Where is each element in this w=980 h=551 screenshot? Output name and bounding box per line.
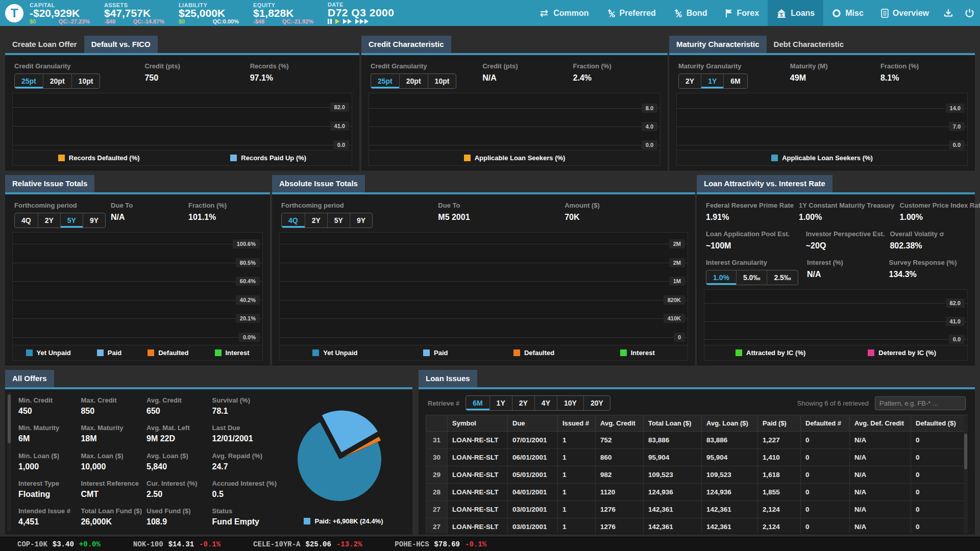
legend-item: Interest: [215, 349, 250, 357]
field-value: 49M: [790, 73, 875, 83]
cell: 04/01/2001: [508, 484, 558, 501]
offers-scrollbar[interactable]: [7, 392, 11, 531]
col-header: Paid ($): [758, 415, 801, 432]
field-label: Maturity Granularity: [678, 62, 785, 70]
period-button[interactable]: 2Y: [512, 396, 535, 410]
stat-value: 108.9: [146, 517, 212, 527]
tab-loan-attractivity-vs-interest-rate[interactable]: Loan Attractivity vs. Interest Rate: [697, 175, 832, 192]
tab-debt-characteristic[interactable]: Debt Characteristic: [767, 36, 851, 53]
option-button[interactable]: 4Q: [15, 213, 38, 228]
power-button[interactable]: [959, 0, 980, 26]
option-button[interactable]: 6M: [724, 74, 747, 88]
col-header: Total Loan ($): [644, 415, 702, 432]
gridline: [677, 145, 967, 145]
nav-item-bond[interactable]: Bond: [665, 0, 716, 26]
option-button[interactable]: 9Y: [350, 213, 372, 228]
nav-item-overview[interactable]: Overview: [872, 0, 938, 26]
stat-value: 5,840: [146, 462, 212, 471]
field-label: Fraction (%): [573, 62, 658, 70]
y-axis-tick: 80.5%: [236, 258, 260, 267]
option-button[interactable]: 5Y: [61, 213, 83, 228]
period-button[interactable]: 10Y: [557, 396, 584, 410]
field-label: Customer Price Index Rate: [900, 202, 980, 209]
tab-all-offers[interactable]: All Offers: [5, 370, 54, 387]
scrollbar-thumb[interactable]: [964, 434, 967, 469]
table-row[interactable]: 29LOAN-RE-SLT05/01/20011982109,523109,52…: [426, 466, 968, 484]
pause-icon[interactable]: [328, 19, 332, 24]
table-row[interactable]: 28LOAN-RE-SLT04/01/200111120124,936124,9…: [426, 484, 968, 501]
option-button[interactable]: 20pt: [43, 74, 72, 88]
chart-legend: Records Defaulted (%)Records Paid Up (%): [12, 150, 352, 166]
option-button[interactable]: 1Y: [701, 74, 724, 88]
cell: 95,904: [644, 449, 702, 466]
legend-label: Paid: [434, 349, 448, 357]
option-button[interactable]: 25pt: [371, 74, 400, 88]
chart-area: 2M2M1M820K410K0: [279, 232, 688, 345]
stat-label: Cur. Interest (%): [146, 480, 212, 487]
cell: N/A: [850, 501, 911, 518]
cell: LOAN-RE-SLT: [448, 449, 508, 466]
period-button[interactable]: 4Y: [535, 396, 557, 410]
table-row[interactable]: 27LOAN-RE-SLT03/01/200111276142,361142,3…: [426, 501, 968, 518]
stat-value: 2.50: [146, 490, 212, 499]
table-row[interactable]: 31LOAN-RE-SLT07/01/2001175283,88683,8861…: [426, 432, 968, 449]
pattern-search-input[interactable]: [875, 396, 966, 410]
header-stat-equity: EQUITY$1,828K-$48QC:-21.92%: [253, 2, 314, 24]
option-button[interactable]: 9Y: [83, 213, 105, 228]
table-row[interactable]: 30LOAN-RE-SLT06/01/2001186095,90495,9041…: [426, 449, 968, 466]
fastest-forward-icon[interactable]: [355, 19, 369, 24]
nav-item-preferred[interactable]: Preferred: [598, 0, 665, 26]
scrollbar-thumb[interactable]: [8, 394, 11, 443]
period-button[interactable]: 20Y: [584, 396, 610, 410]
option-button[interactable]: 4Q: [282, 213, 305, 228]
tab-create-loan-offer[interactable]: Create Loan Offer: [5, 36, 84, 53]
table-row[interactable]: 27LOAN-RE-SLT03/01/200111276142,361142,3…: [426, 518, 968, 534]
option-button[interactable]: 2Y: [38, 213, 61, 228]
stat-label: Min. Maturity: [18, 424, 81, 432]
stat-value: $1,828K: [253, 8, 314, 18]
option-button[interactable]: 2Y: [305, 213, 328, 228]
plot: [72, 244, 170, 337]
header-stat-liability: LIABILITY$25,000K$0QC:0.00%: [179, 2, 240, 24]
cell: 142,361: [644, 501, 702, 518]
option-button[interactable]: 25pt: [15, 74, 43, 88]
tab-absolute-issue-totals[interactable]: Absolute Issue Totals: [272, 175, 365, 192]
nav-item-label: Overview: [893, 9, 929, 18]
option-button[interactable]: 20pt: [400, 74, 428, 88]
fast-forward-icon[interactable]: [343, 19, 352, 24]
y-axis-tick: 0.0: [642, 140, 657, 149]
period-button[interactable]: 6M: [466, 396, 489, 410]
option-button[interactable]: 1.0%: [706, 270, 737, 285]
y-axis-tick: 410K: [664, 314, 685, 323]
stat-label: Min. Credit: [18, 396, 81, 404]
nav-item-misc[interactable]: Misc: [823, 0, 872, 26]
option-button[interactable]: 10pt: [72, 74, 100, 88]
play-icon[interactable]: [335, 19, 339, 24]
ticker-symbol: NOK-100: [133, 540, 163, 548]
main-nav: CommonPreferredBondForex$LoansMiscOvervi…: [530, 0, 980, 26]
tab-relative-issue-totals[interactable]: Relative Issue Totals: [5, 175, 94, 192]
option-button[interactable]: 5.0‰: [737, 270, 767, 285]
option-button[interactable]: 2Y: [679, 74, 701, 88]
tab-loan-issues[interactable]: Loan Issues: [419, 370, 477, 387]
issues-scrollbar[interactable]: [964, 415, 968, 534]
option-button[interactable]: 10pt: [428, 74, 456, 88]
nav-item-forex[interactable]: Forex: [716, 0, 768, 26]
cell: 0: [801, 449, 850, 466]
nav-item-loans[interactable]: $Loans: [768, 0, 823, 26]
button-group: 4Q2Y5Y9Y: [281, 213, 373, 228]
nav-item-common[interactable]: Common: [530, 0, 597, 26]
legend-label: Records Paid Up (%): [241, 154, 306, 162]
tab-credit-characteristic[interactable]: Credit Characteristic: [361, 36, 451, 53]
tab-default-vs-fico[interactable]: Default vs. FICO: [84, 36, 158, 53]
download-button[interactable]: [938, 0, 959, 26]
retrieve-period-group: 6M1Y2Y4Y10Y20Y: [465, 395, 610, 411]
option-button[interactable]: 5Y: [328, 213, 350, 228]
period-button[interactable]: 1Y: [490, 396, 512, 410]
cell: 1276: [596, 501, 644, 518]
legend-item: Applicable Loan Seekers (%): [464, 154, 566, 162]
option-button[interactable]: 2.5‰: [767, 270, 797, 285]
cell: 109,523: [702, 466, 758, 484]
tab-maturity-characteristic[interactable]: Maturity Characteristic: [669, 36, 767, 53]
offer-stat-avg-repaid-: Avg. Repaid (%)24.7: [212, 452, 277, 471]
